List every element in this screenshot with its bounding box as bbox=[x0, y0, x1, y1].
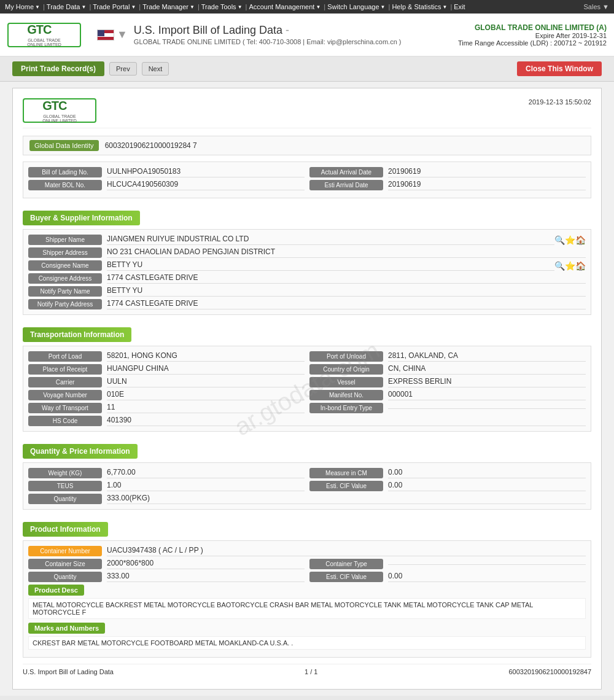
bol-section: Bill of Lading No. UULNHPOA19050183 Actu… bbox=[23, 161, 591, 198]
us-flag bbox=[97, 29, 114, 41]
nav-language[interactable]: Switch Language ▼ bbox=[327, 3, 385, 10]
search-icon[interactable]: 🔍 bbox=[554, 235, 565, 245]
port-of-unload-value: 2811, OAKLAND, CA bbox=[388, 351, 586, 362]
mater-bol-value: HLCUCA4190560309 bbox=[107, 180, 305, 190]
pi-row-3: Quantity 333.00 Esti. CIF Value 0.00 bbox=[28, 572, 586, 582]
ldr-range: Time Range Accessible (LDR) : 200712 ~ 2… bbox=[458, 39, 607, 47]
shipper-name-value: JIANGMEN RUIYUE INDUSTRIAL CO LTD bbox=[107, 235, 554, 245]
shipper-address-row: Shipper Address NO 231 CHAOLIAN DADAO PE… bbox=[28, 247, 586, 258]
close-button-top[interactable]: Close This Window bbox=[517, 61, 602, 76]
esti-arrival-label: Esti Arrival Date bbox=[309, 180, 383, 190]
search-icon-2[interactable]: 🔍 bbox=[554, 261, 565, 271]
nav-sales[interactable]: Sales ▼ bbox=[584, 3, 609, 10]
nav-trade-portal[interactable]: Trade Portal ▼ bbox=[93, 3, 136, 10]
way-of-transport-field: Way of Transport 11 bbox=[28, 403, 305, 413]
action-bar-top: Print Trade Record(s) Prev Next Close Th… bbox=[0, 56, 614, 82]
country-of-origin-value: CN, CHINA bbox=[388, 364, 586, 375]
voyage-number-field: Voyage Number 010E bbox=[28, 390, 305, 400]
notify-party-name-row: Notify Party Name BETTY YU bbox=[28, 286, 586, 297]
container-type-value bbox=[388, 563, 586, 565]
doc-header: GTC GLOBAL TRADEONLINE LIMITED 2019-12-1… bbox=[23, 98, 591, 128]
buyer-supplier-section: Shipper Name JIANGMEN RUIYUE INDUSTRIAL … bbox=[23, 229, 591, 315]
carrier-field: Carrier UULN bbox=[28, 377, 305, 387]
hs-code-value: 401390 bbox=[107, 416, 586, 426]
next-button-top[interactable]: Next bbox=[142, 62, 169, 76]
doc-logo: GTC GLOBAL TRADEONLINE LIMITED bbox=[23, 98, 96, 123]
voyage-number-value: 010E bbox=[107, 390, 305, 400]
logo-text: GTC bbox=[27, 23, 61, 37]
nav-exit[interactable]: Exit bbox=[454, 3, 465, 10]
pi-quantity-field: Quantity 333.00 bbox=[28, 572, 305, 582]
nav-trade-data[interactable]: Trade Data ▼ bbox=[47, 3, 87, 10]
container-number-label: Container Number bbox=[28, 546, 102, 556]
esti-cif-label: Esti. CIF Value bbox=[309, 481, 383, 491]
nav-trade-manager[interactable]: Trade Manager ▼ bbox=[142, 3, 195, 10]
consignee-address-value: 1774 CASTLEGATE DRIVE bbox=[107, 273, 586, 284]
transport-row-2: Place of Receipt HUANGPU CHINA Country o… bbox=[28, 364, 586, 375]
consignee-name-row: Consignee Name BETTY YU 🔍 ⭐ 🏠 bbox=[28, 260, 586, 271]
header-bar: GTC GLOBAL TRADEONLINE LIMITED ▼ U.S. Im… bbox=[0, 14, 614, 56]
identity-label: Global Data Identity bbox=[29, 140, 99, 151]
nav-trade-tools[interactable]: Trade Tools ▼ bbox=[201, 3, 243, 10]
doc-title-footer: U.S. Import Bill of Lading Data bbox=[23, 668, 114, 675]
header-title-area: U.S. Import Bill of Lading Data - GLOBAL… bbox=[134, 24, 458, 45]
nav-my-home[interactable]: My Home ▼ bbox=[5, 3, 40, 10]
vessel-label: Vessel bbox=[309, 377, 383, 387]
marks-container: Marks and Numbers CKREST BAR METAL MOTOR… bbox=[28, 623, 586, 650]
prev-button-top[interactable]: Prev bbox=[109, 62, 137, 76]
logo-area: GTC GLOBAL TRADEONLINE LIMITED bbox=[7, 23, 81, 47]
port-of-load-field: Port of Load 58201, HONG KONG bbox=[28, 351, 305, 362]
vessel-value: EXPRESS BERLIN bbox=[388, 377, 586, 387]
transport-row-3: Carrier UULN Vessel EXPRESS BERLIN bbox=[28, 377, 586, 387]
teus-field: TEUS 1.00 bbox=[28, 481, 305, 491]
product-desc-container: Product Desc METAL MOTORCYCLE BACKREST M… bbox=[28, 585, 586, 619]
pi-quantity-value: 333.00 bbox=[107, 572, 305, 582]
consignee-address-row: Consignee Address 1774 CASTLEGATE DRIVE bbox=[28, 273, 586, 284]
carrier-value: UULN bbox=[107, 377, 305, 387]
logo: GTC GLOBAL TRADEONLINE LIMITED bbox=[7, 23, 81, 47]
doc-datetime: 2019-12-13 15:50:02 bbox=[529, 98, 591, 106]
star-icon[interactable]: ⭐ bbox=[565, 235, 575, 245]
esti-arrival-value: 20190619 bbox=[388, 180, 586, 190]
star-icon-2[interactable]: ⭐ bbox=[565, 261, 575, 271]
buyer-supplier-header: Buyer & Supplier Information bbox=[23, 211, 140, 225]
measure-value: 0.00 bbox=[388, 468, 586, 478]
transport-row-5: Way of Transport 11 In-bond Entry Type bbox=[28, 403, 586, 413]
nav-account[interactable]: Account Management ▼ bbox=[249, 3, 321, 10]
product-information-header: Product Information bbox=[23, 522, 108, 537]
teus-label: TEUS bbox=[28, 481, 102, 491]
inbond-entry-value bbox=[388, 407, 586, 409]
bol-number-value: UULNHPOA19050183 bbox=[107, 167, 305, 177]
bol-row-1: Bill of Lading No. UULNHPOA19050183 Actu… bbox=[28, 167, 586, 177]
marks-label: Marks and Numbers bbox=[28, 623, 105, 634]
qp-row-2: TEUS 1.00 Esti. CIF Value 0.00 bbox=[28, 481, 586, 491]
esti-cif-field: Esti. CIF Value 0.00 bbox=[309, 481, 586, 491]
doc-logo-text: GTC bbox=[42, 99, 77, 113]
inbond-entry-label: In-bond Entry Type bbox=[309, 403, 383, 413]
nav-help[interactable]: Help & Statistics ▼ bbox=[392, 3, 447, 10]
manifest-no-label: Manifest No. bbox=[309, 390, 383, 400]
hs-code-label: HS Code bbox=[28, 416, 102, 426]
print-button-top[interactable]: Print Trade Record(s) bbox=[12, 61, 104, 76]
container-type-field: Container Type bbox=[309, 559, 586, 569]
home-icon[interactable]: 🏠 bbox=[575, 235, 586, 245]
port-of-unload-field: Port of Unload 2811, OAKLAND, CA bbox=[309, 351, 586, 362]
way-of-transport-value: 11 bbox=[107, 403, 305, 413]
transportation-section: ar.gtodata.com Port of Load 58201, HONG … bbox=[23, 346, 591, 432]
marks-value: CKREST BAR METAL MOTORCYCLE FOOTBOARD ME… bbox=[28, 636, 586, 650]
container-number-row: Container Number UACU3947438 ( AC / L / … bbox=[28, 546, 586, 556]
transportation-header: Transportation Information bbox=[23, 327, 131, 342]
qp-quantity-value: 333.00(PKG) bbox=[107, 494, 586, 504]
global-data-id-footer: 6003201906210000192847 bbox=[508, 668, 591, 675]
pi-quantity-label: Quantity bbox=[28, 572, 102, 582]
carrier-label: Carrier bbox=[28, 377, 102, 387]
shipper-name-row: Shipper Name JIANGMEN RUIYUE INDUSTRIAL … bbox=[28, 235, 586, 245]
consignee-address-label: Consignee Address bbox=[28, 273, 102, 284]
header-right: GLOBAL TRADE ONLINE LIMITED (A) Expire A… bbox=[458, 23, 607, 47]
teus-value: 1.00 bbox=[107, 481, 305, 491]
home-icon-2[interactable]: 🏠 bbox=[575, 261, 586, 271]
manifest-no-field: Manifest No. 000001 bbox=[309, 390, 586, 400]
country-of-origin-field: Country of Origin CN, CHINA bbox=[309, 364, 586, 375]
weight-field: Weight (KG) 6,770.00 bbox=[28, 468, 305, 478]
container-size-field: Container Size 2000*806*800 bbox=[28, 559, 305, 569]
